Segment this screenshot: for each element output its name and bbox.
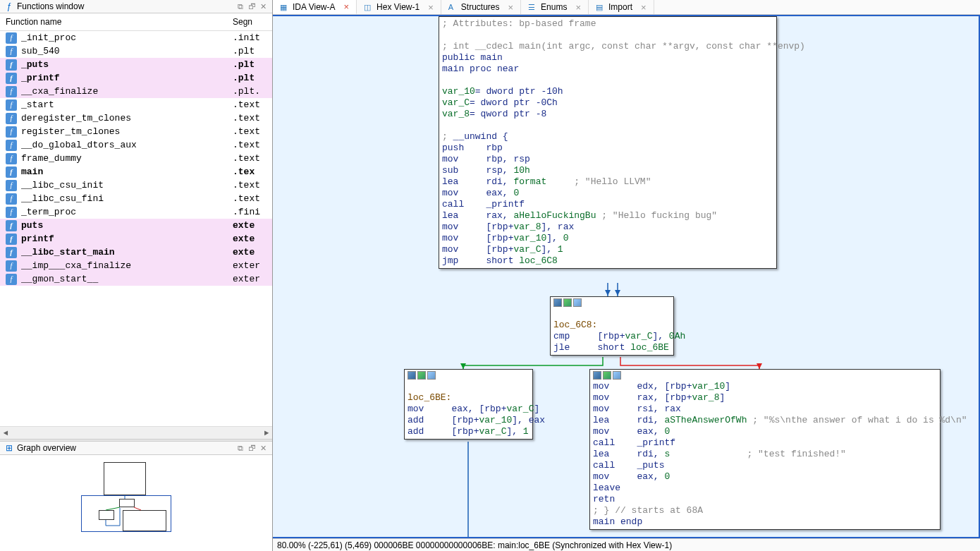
function-row[interactable]: f __libc_csu_init .text [0,178,272,192]
function-row[interactable]: f _start .text [0,98,272,111]
tab-import[interactable]: ▤ Import × [589,0,654,14]
function-icon: f [6,113,17,124]
function-icon: f [6,126,17,138]
block-icon[interactable] [408,371,416,380]
function-segment: .text [233,180,267,190]
tab-close-icon[interactable]: × [641,2,647,13]
block-header-icons[interactable] [553,298,670,307]
functions-panel-title: ƒ Functions window ⧉ 🗗 ✕ [0,0,272,13]
ov-viewport[interactable] [81,495,171,532]
function-name: __libc_csu_init [21,180,233,190]
col-segment[interactable]: Segn [233,17,267,27]
functions-hscroll[interactable]: ◄ ► [0,426,272,439]
function-name: main [21,166,233,177]
restore-button[interactable]: ⧉ [235,1,245,11]
function-row[interactable]: f _printf .plt [0,71,272,85]
function-row[interactable]: f __gmon_start__ exter [0,272,272,286]
tab-close-icon[interactable]: × [343,1,349,12]
graph-overview-canvas[interactable] [0,455,272,551]
block-icon[interactable] [613,371,621,380]
function-segment: exte [233,220,267,231]
function-row[interactable]: f puts exte [0,219,272,232]
block-icon[interactable] [573,298,582,307]
block-icon[interactable] [563,298,572,307]
function-segment: exter [233,260,267,271]
function-icon: f [6,153,17,164]
block-header-icons[interactable] [593,371,937,380]
function-name: _start [21,99,233,110]
function-name: __imp___cxa_finalize [21,260,233,271]
tab-enums[interactable]: ☰ Enums × [521,0,589,14]
col-function-name[interactable]: Function name [6,17,233,27]
graph-view[interactable]: ; Attributes: bp-based frame ; int __cde… [273,15,980,538]
function-row[interactable]: f printf exte [0,232,272,246]
function-segment: exte [233,234,267,244]
function-segment: .tex [233,166,267,177]
block-icon[interactable] [593,371,601,380]
function-row[interactable]: f deregister_tm_clones .text [0,111,272,125]
function-name: printf [21,234,233,244]
graph-block-loc6c8[interactable]: loc_6C8:cmp [rbp+var_C], 0Ahjle short lo… [550,296,674,356]
tab-ida-view-a[interactable]: ▦ IDA View-A × [273,0,357,14]
tab-close-icon[interactable]: × [508,2,513,13]
function-row[interactable]: f __imp___cxa_finalize exter [0,259,272,272]
function-icon: f [6,59,17,71]
function-rows[interactable]: f _init_proc .initf sub_540 .pltf _puts … [0,31,272,426]
function-row[interactable]: f _init_proc .init [0,31,272,44]
tab-close-icon[interactable]: × [428,2,434,13]
tab-hex-view-1[interactable]: ◫ Hex View-1 × [357,0,441,14]
function-row[interactable]: f main .tex [0,165,272,178]
function-segment: .text [233,193,267,204]
right-panel: ▦ IDA View-A ×◫ Hex View-1 ×A Structures… [273,0,980,551]
function-name: frame_dummy [21,153,233,164]
functions-title-text: Functions window [17,1,84,11]
function-name: __cxa_finalize [21,86,233,97]
graph-block-loc6be[interactable]: loc_6BE:mov eax, [rbp+var_C]add [rbp+var… [404,369,533,440]
maximize-button[interactable]: 🗗 [247,1,257,11]
function-name: __libc_csu_fini [21,193,233,204]
function-segment: .init [233,32,267,43]
scroll-right-icon[interactable]: ► [261,429,272,437]
block-icon[interactable] [603,371,611,380]
function-name: sub_540 [21,46,233,56]
close-button[interactable]: ✕ [258,443,268,453]
function-row[interactable]: f __libc_start_main exte [0,246,272,259]
functions-header[interactable]: Function name Segn [0,13,272,31]
function-row[interactable]: f __cxa_finalize .plt. [0,85,272,98]
function-row[interactable]: f __libc_csu_fini .text [0,192,272,205]
function-icon: f [6,99,17,111]
function-segment: .plt. [233,86,267,97]
function-row[interactable]: f register_tm_clones .text [0,125,272,138]
function-segment: .text [233,126,267,137]
maximize-button[interactable]: 🗗 [247,443,257,453]
function-icon: ƒ [4,1,14,11]
function-name: __gmon_start__ [21,274,233,284]
svg-marker-1 [615,290,620,296]
close-button[interactable]: ✕ [258,1,268,11]
function-row[interactable]: f sub_540 .plt [0,44,272,58]
function-segment: exte [233,247,267,258]
graph-block-exit[interactable]: mov edx, [rbp+var_10]mov rax, [rbp+var_8… [589,369,941,530]
tab-icon: ▤ [596,3,604,11]
function-segment: .text [233,99,267,110]
function-segment: .text [233,140,267,150]
function-name: _init_proc [21,32,233,43]
block-header-icons[interactable] [408,371,529,380]
graph-block-main[interactable]: ; Attributes: bp-based frame ; int __cde… [439,16,777,269]
function-segment: .plt [233,59,267,70]
function-row[interactable]: f __do_global_dtors_aux .text [0,138,272,152]
function-name: _puts [21,59,233,70]
tab-structures[interactable]: A Structures × [441,0,521,14]
function-row[interactable]: f frame_dummy .text [0,152,272,165]
block-icon[interactable] [417,371,426,380]
tab-label: Structures [461,2,500,12]
tab-close-icon[interactable]: × [575,2,581,13]
scroll-left-icon[interactable]: ◄ [0,429,11,437]
tab-label: Import [608,2,632,12]
restore-button[interactable]: ⧉ [235,443,245,453]
function-row[interactable]: f _puts .plt [0,58,272,71]
block-icon[interactable] [427,371,436,380]
block-icon[interactable] [553,298,562,307]
function-name: _term_proc [21,207,233,217]
function-row[interactable]: f _term_proc .fini [0,205,272,219]
